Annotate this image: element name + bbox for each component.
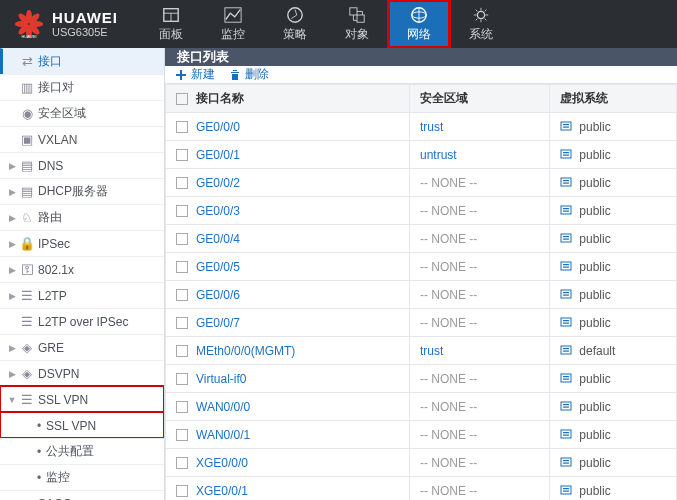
interface-link[interactable]: WAN0/0/0 (196, 400, 250, 414)
nav-item[interactable]: ▥接口对 (0, 74, 164, 100)
col-name[interactable]: 接口名称 (166, 85, 410, 113)
brand-text: HUAWEI USG6305E (52, 10, 118, 39)
cell-zone: trust (410, 337, 550, 365)
expand-arrow-icon[interactable] (6, 265, 18, 275)
nav-label: DHCP服务器 (36, 183, 158, 200)
table-row[interactable]: GE0/0/0trust public (166, 113, 677, 141)
top-tab-2[interactable]: 策略 (264, 0, 326, 48)
expand-arrow-icon[interactable] (6, 239, 18, 249)
cell-name: GE0/0/5 (166, 253, 410, 281)
col-zone[interactable]: 安全区域 (410, 85, 550, 113)
table-row[interactable]: XGE0/0/0-- NONE -- public (166, 449, 677, 477)
nav-item[interactable]: ◉安全区域 (0, 100, 164, 126)
tab-icon (409, 6, 429, 24)
nav-subitem[interactable]: SSL VPN (0, 412, 164, 438)
table-row[interactable]: GE0/0/1untrust public (166, 141, 677, 169)
row-checkbox[interactable] (176, 121, 188, 133)
table-row[interactable]: GE0/0/5-- NONE -- public (166, 253, 677, 281)
interface-link[interactable]: MEth0/0/0(MGMT) (196, 344, 295, 358)
expand-arrow-icon[interactable] (6, 291, 18, 301)
nav-item[interactable]: ◈GRE (0, 334, 164, 360)
nav-item[interactable]: ▤DHCP服务器 (0, 178, 164, 204)
row-checkbox[interactable] (176, 457, 188, 469)
nav-item[interactable]: ☼SACG (0, 490, 164, 500)
interface-link[interactable]: GE0/0/4 (196, 232, 240, 246)
svg-rect-20 (561, 122, 571, 130)
expand-arrow-icon[interactable] (6, 187, 18, 197)
expand-arrow-icon[interactable] (6, 161, 18, 171)
table-row[interactable]: Virtual-if0-- NONE -- public (166, 365, 677, 393)
nav-item[interactable]: ⇄接口 (0, 48, 164, 74)
row-checkbox[interactable] (176, 233, 188, 245)
cell-name: XGE0/0/0 (166, 449, 410, 477)
interface-link[interactable]: GE0/0/2 (196, 176, 240, 190)
nav-item[interactable]: ☰SSL VPN (0, 386, 164, 412)
top-tab-0[interactable]: 面板 (140, 0, 202, 48)
cell-name: GE0/0/0 (166, 113, 410, 141)
svg-rect-49 (563, 378, 569, 379)
nav-item[interactable]: ◈DSVPN (0, 360, 164, 386)
svg-rect-22 (563, 126, 569, 127)
nav-tree: ⇄接口▥接口对◉安全区域▣VXLAN▤DNS▤DHCP服务器♘路由🔒IPSec⚿… (0, 48, 164, 500)
interface-link[interactable]: GE0/0/7 (196, 316, 240, 330)
interface-link[interactable]: Virtual-if0 (196, 372, 246, 386)
interface-link[interactable]: GE0/0/5 (196, 260, 240, 274)
table-row[interactable]: GE0/0/3-- NONE -- public (166, 197, 677, 225)
nav-label: 路由 (36, 209, 158, 226)
new-button[interactable]: 新建 (175, 66, 215, 83)
row-checkbox[interactable] (176, 261, 188, 273)
cell-zone: -- NONE -- (410, 365, 550, 393)
table-row[interactable]: MEth0/0/0(MGMT)trust default (166, 337, 677, 365)
table-row[interactable]: GE0/0/7-- NONE -- public (166, 309, 677, 337)
table-row[interactable]: GE0/0/6-- NONE -- public (166, 281, 677, 309)
top-tab-3[interactable]: 对象 (326, 0, 388, 48)
row-checkbox[interactable] (176, 289, 188, 301)
expand-arrow-icon[interactable] (6, 343, 18, 353)
interface-link[interactable]: GE0/0/0 (196, 120, 240, 134)
row-checkbox[interactable] (176, 149, 188, 161)
col-vs[interactable]: 虚拟系统 (550, 85, 677, 113)
vs-icon (560, 400, 572, 412)
delete-button[interactable]: 删除 (229, 66, 269, 83)
nav-item[interactable]: ▣VXLAN (0, 126, 164, 152)
top-tab-5[interactable]: 系统 (450, 0, 512, 48)
interface-link[interactable]: GE0/0/3 (196, 204, 240, 218)
expand-arrow-icon[interactable] (6, 369, 18, 379)
row-checkbox[interactable] (176, 317, 188, 329)
interface-link[interactable]: WAN0/0/1 (196, 428, 250, 442)
row-checkbox[interactable] (176, 345, 188, 357)
nav-subitem[interactable]: 公共配置 (0, 438, 164, 464)
row-checkbox[interactable] (176, 205, 188, 217)
svg-rect-41 (561, 318, 571, 326)
interface-link[interactable]: GE0/0/1 (196, 148, 240, 162)
table-row[interactable]: GE0/0/2-- NONE -- public (166, 169, 677, 197)
cell-zone: trust (410, 113, 550, 141)
interface-link[interactable]: XGE0/0/1 (196, 484, 248, 498)
interface-link[interactable]: XGE0/0/0 (196, 456, 248, 470)
top-tab-1[interactable]: 监控 (202, 0, 264, 48)
nav-subitem[interactable]: 监控 (0, 464, 164, 490)
table-row[interactable]: WAN0/0/0-- NONE -- public (166, 393, 677, 421)
table-row[interactable]: XGE0/0/1-- NONE -- public (166, 477, 677, 501)
row-checkbox[interactable] (176, 401, 188, 413)
row-checkbox[interactable] (176, 429, 188, 441)
nav-item[interactable]: 🔒IPSec (0, 230, 164, 256)
nav-item[interactable]: ♘路由 (0, 204, 164, 230)
row-checkbox[interactable] (176, 485, 188, 497)
nav-icon: ▤ (18, 184, 36, 199)
table-row[interactable]: GE0/0/4-- NONE -- public (166, 225, 677, 253)
nav-icon: ⇄ (18, 54, 36, 69)
nav-item[interactable]: ☰L2TP (0, 282, 164, 308)
table-row[interactable]: WAN0/0/1-- NONE -- public (166, 421, 677, 449)
nav-item[interactable]: ⚿802.1x (0, 256, 164, 282)
row-checkbox[interactable] (176, 177, 188, 189)
expand-arrow-icon[interactable] (6, 213, 18, 223)
interface-link[interactable]: GE0/0/6 (196, 288, 240, 302)
row-checkbox[interactable] (176, 373, 188, 385)
nav-item[interactable]: ☰L2TP over IPSec (0, 308, 164, 334)
nav-label: VXLAN (36, 133, 158, 147)
nav-item[interactable]: ▤DNS (0, 152, 164, 178)
top-tab-4[interactable]: 网络 (388, 0, 450, 48)
select-all-checkbox[interactable] (176, 93, 188, 105)
expand-arrow-icon[interactable] (6, 395, 18, 405)
